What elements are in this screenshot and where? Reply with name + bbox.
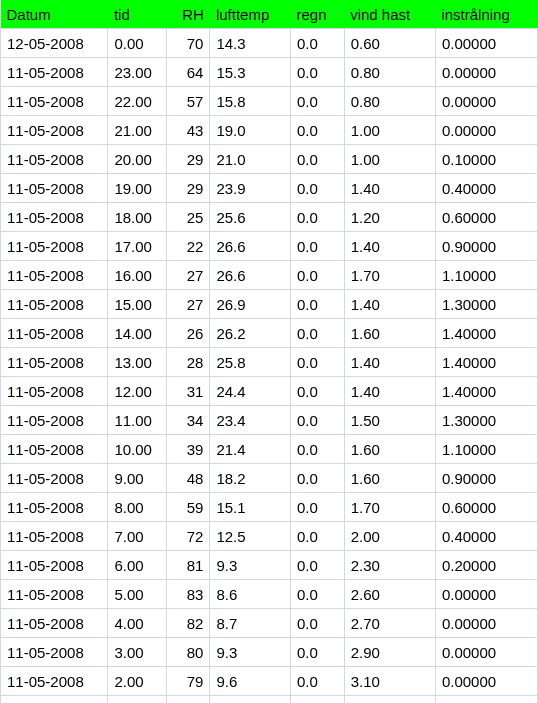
cell-vindhast: 2.60 — [344, 580, 435, 609]
cell-instralning: 0.10000 — [435, 145, 537, 174]
table-row: 11-05-200813.002825.80.01.401.40000 — [1, 348, 538, 377]
cell-tid: 14.00 — [108, 319, 167, 348]
cell-regn: 0.0 — [290, 435, 344, 464]
cell-instralning: 1.30000 — [435, 406, 537, 435]
cell-instralning: 0.00000 — [435, 580, 537, 609]
cell-datum: 11-05-2008 — [1, 609, 108, 638]
cell-tid: 6.00 — [108, 551, 167, 580]
cell-datum: 11-05-2008 — [1, 87, 108, 116]
cell-rh: 29 — [167, 174, 210, 203]
cell-tid: 5.00 — [108, 580, 167, 609]
cell-tid: 15.00 — [108, 290, 167, 319]
header-instralning: instrålning — [435, 0, 537, 29]
cell-instralning: 1.40000 — [435, 348, 537, 377]
cell-lufttemp: 25.8 — [210, 348, 291, 377]
cell-regn: 0.0 — [290, 696, 344, 704]
cell-vindhast: 1.40 — [344, 232, 435, 261]
cell-tid: 2.00 — [108, 667, 167, 696]
cell-tid: 12.00 — [108, 377, 167, 406]
cell-vindhast: 1.00 — [344, 116, 435, 145]
cell-tid: 17.00 — [108, 232, 167, 261]
cell-tid: 18.00 — [108, 203, 167, 232]
cell-instralning: 0.90000 — [435, 464, 537, 493]
cell-vindhast: 1.20 — [344, 203, 435, 232]
cell-rh: 39 — [167, 435, 210, 464]
cell-regn: 0.0 — [290, 551, 344, 580]
cell-datum: 11-05-2008 — [1, 348, 108, 377]
cell-tid: 11.00 — [108, 406, 167, 435]
cell-regn: 0.0 — [290, 232, 344, 261]
cell-datum: 11-05-2008 — [1, 522, 108, 551]
cell-regn: 0.0 — [290, 116, 344, 145]
cell-datum: 11-05-2008 — [1, 493, 108, 522]
cell-instralning: 1.10000 — [435, 435, 537, 464]
cell-datum: 11-05-2008 — [1, 203, 108, 232]
table-row: 11-05-20081.007411.80.03.400.00000 — [1, 696, 538, 704]
cell-instralning: 0.60000 — [435, 203, 537, 232]
table-row: 11-05-200823.006415.30.00.800.00000 — [1, 58, 538, 87]
cell-lufttemp: 25.6 — [210, 203, 291, 232]
cell-tid: 20.00 — [108, 145, 167, 174]
cell-lufttemp: 21.4 — [210, 435, 291, 464]
cell-tid: 0.00 — [108, 29, 167, 58]
cell-rh: 29 — [167, 145, 210, 174]
table-row: 11-05-200814.002626.20.01.601.40000 — [1, 319, 538, 348]
cell-rh: 74 — [167, 696, 210, 704]
cell-instralning: 0.00000 — [435, 58, 537, 87]
cell-lufttemp: 23.9 — [210, 174, 291, 203]
cell-vindhast: 1.70 — [344, 493, 435, 522]
cell-rh: 31 — [167, 377, 210, 406]
cell-rh: 81 — [167, 551, 210, 580]
cell-datum: 11-05-2008 — [1, 145, 108, 174]
cell-rh: 43 — [167, 116, 210, 145]
cell-instralning: 0.60000 — [435, 493, 537, 522]
cell-tid: 7.00 — [108, 522, 167, 551]
cell-datum: 11-05-2008 — [1, 232, 108, 261]
cell-datum: 11-05-2008 — [1, 290, 108, 319]
table-row: 11-05-200810.003921.40.01.601.10000 — [1, 435, 538, 464]
cell-datum: 11-05-2008 — [1, 551, 108, 580]
cell-datum: 11-05-2008 — [1, 58, 108, 87]
cell-vindhast: 0.80 — [344, 87, 435, 116]
cell-datum: 11-05-2008 — [1, 667, 108, 696]
header-vindhast: vind hast — [344, 0, 435, 29]
cell-instralning: 0.00000 — [435, 116, 537, 145]
cell-regn: 0.0 — [290, 58, 344, 87]
cell-rh: 59 — [167, 493, 210, 522]
cell-rh: 79 — [167, 667, 210, 696]
cell-vindhast: 3.40 — [344, 696, 435, 704]
cell-datum: 11-05-2008 — [1, 435, 108, 464]
cell-instralning: 0.00000 — [435, 87, 537, 116]
table-body: 12-05-20080.007014.30.00.600.0000011-05-… — [1, 29, 538, 704]
cell-tid: 9.00 — [108, 464, 167, 493]
cell-lufttemp: 8.6 — [210, 580, 291, 609]
table-row: 11-05-20089.004818.20.01.600.90000 — [1, 464, 538, 493]
cell-datum: 11-05-2008 — [1, 580, 108, 609]
cell-vindhast: 1.40 — [344, 290, 435, 319]
table-row: 11-05-200815.002726.90.01.401.30000 — [1, 290, 538, 319]
header-datum: Datum — [1, 0, 108, 29]
cell-instralning: 1.40000 — [435, 377, 537, 406]
table-row: 11-05-200822.005715.80.00.800.00000 — [1, 87, 538, 116]
table-row: 11-05-20087.007212.50.02.000.40000 — [1, 522, 538, 551]
cell-instralning: 0.20000 — [435, 551, 537, 580]
cell-datum: 11-05-2008 — [1, 464, 108, 493]
cell-rh: 22 — [167, 232, 210, 261]
table-row: 11-05-200820.002921.00.01.000.10000 — [1, 145, 538, 174]
cell-regn: 0.0 — [290, 319, 344, 348]
cell-lufttemp: 14.3 — [210, 29, 291, 58]
cell-vindhast: 2.90 — [344, 638, 435, 667]
cell-vindhast: 1.40 — [344, 348, 435, 377]
cell-tid: 3.00 — [108, 638, 167, 667]
cell-lufttemp: 26.9 — [210, 290, 291, 319]
cell-vindhast: 1.70 — [344, 261, 435, 290]
cell-vindhast: 3.10 — [344, 667, 435, 696]
header-lufttemp: lufttemp — [210, 0, 291, 29]
table-header-row: Datum tid RH lufttemp regn vind hast ins… — [1, 0, 538, 29]
cell-instralning: 0.40000 — [435, 174, 537, 203]
cell-rh: 27 — [167, 261, 210, 290]
cell-regn: 0.0 — [290, 174, 344, 203]
cell-instralning: 1.10000 — [435, 261, 537, 290]
table-row: 11-05-20084.00828.70.02.700.00000 — [1, 609, 538, 638]
cell-lufttemp: 23.4 — [210, 406, 291, 435]
